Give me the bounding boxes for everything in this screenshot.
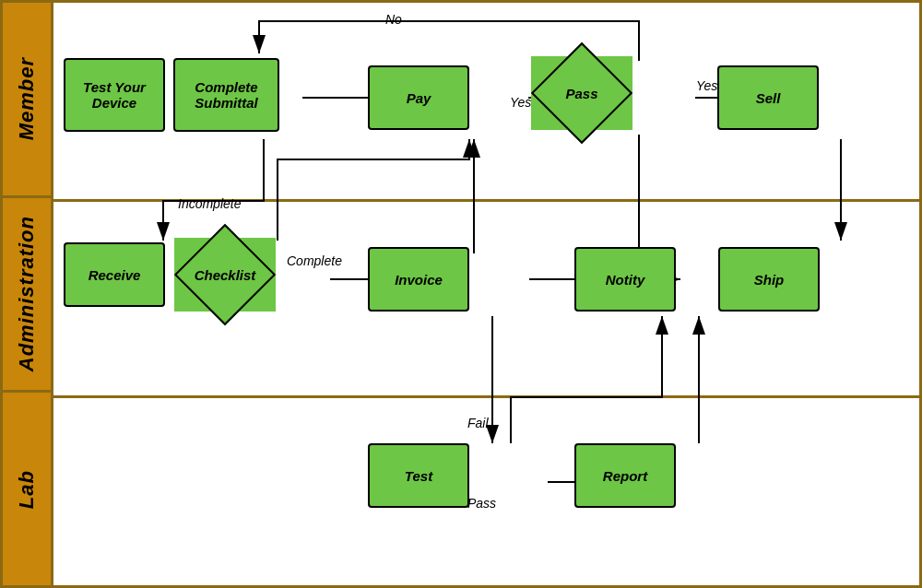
label-yes-pay: Yes — [510, 95, 531, 110]
report-node: Report — [574, 443, 676, 508]
lane-divider-2 — [53, 395, 919, 398]
diagram-container: Member Administration Lab — [0, 0, 922, 588]
lane-member: Member — [3, 3, 51, 198]
label-complete: Complete — [287, 253, 342, 268]
test-your-device-node: Test YourDevice — [64, 58, 165, 132]
lane-administration: Administration — [3, 198, 51, 394]
invoice-node: Invoice — [368, 247, 469, 312]
test-node: Test — [368, 443, 469, 508]
receive-node: Receive — [64, 242, 165, 307]
lanes: Member Administration Lab — [3, 3, 53, 585]
notity-node: Notity — [574, 247, 676, 312]
label-fail: Fail — [467, 416, 489, 430]
ship-node: Ship — [718, 247, 820, 312]
lane-lab: Lab — [3, 393, 51, 585]
label-pass-lab: Pass — [467, 496, 496, 511]
label-no: No — [385, 12, 402, 27]
label-incomplete: Incomplete — [178, 196, 241, 211]
complete-submittal-node: CompleteSubmittal — [173, 58, 279, 132]
sell-node: Sell — [717, 65, 819, 130]
label-yes-pass: Yes — [696, 78, 717, 93]
pay-node: Pay — [368, 65, 469, 130]
checklist-diamond-node: Checklist — [174, 238, 276, 312]
pass-diamond-node: Pass — [531, 56, 632, 130]
